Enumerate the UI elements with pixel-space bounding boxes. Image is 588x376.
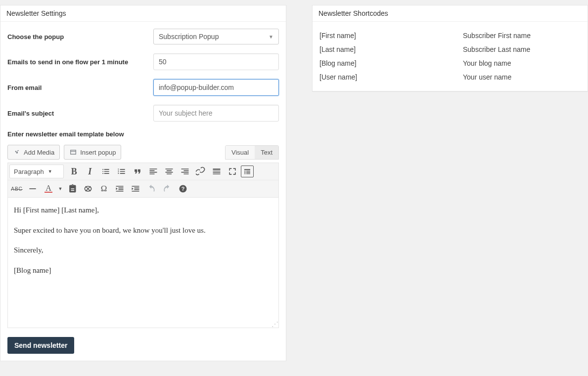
text-color-button[interactable]: A: [41, 182, 56, 196]
newsletter-settings-panel: Newsletter Settings Choose the popup Sub…: [0, 5, 286, 361]
choose-popup-value: Subscription Popup: [159, 33, 219, 41]
insert-popup-button[interactable]: Insert popup: [64, 145, 121, 160]
chevron-down-icon: ▼: [269, 34, 273, 40]
shortcode-code: [Blog name]: [319, 59, 463, 67]
bold-button[interactable]: B: [67, 165, 82, 178]
svg-point-0: [15, 151, 17, 152]
italic-button[interactable]: I: [83, 165, 97, 178]
camera-music-icon: [13, 148, 21, 156]
insert-more-button[interactable]: [209, 165, 224, 178]
editor-line: Super excited to have you on board, we k…: [14, 225, 272, 236]
align-right-button[interactable]: [178, 165, 192, 178]
indent-button[interactable]: [128, 182, 143, 196]
shortcode-code: [User name]: [319, 73, 463, 81]
editor-line: Hi [First name] [Last name],: [14, 205, 272, 216]
add-media-label: Add Media: [24, 149, 54, 156]
subject-input[interactable]: [153, 105, 279, 122]
toolbar-toggle-button[interactable]: [241, 166, 254, 177]
blockquote-button[interactable]: [130, 165, 145, 178]
emails-flow-input[interactable]: [153, 53, 279, 70]
special-char-button[interactable]: Ω: [96, 182, 111, 196]
paragraph-select[interactable]: Paragraph ▼: [9, 165, 64, 178]
paste-text-button[interactable]: [65, 182, 80, 196]
align-left-button[interactable]: [146, 165, 161, 178]
numbered-list-button[interactable]: [114, 165, 129, 178]
from-email-label: From email: [7, 84, 153, 91]
choose-popup-label: Choose the popup: [7, 33, 153, 41]
subject-label: Email's subject: [7, 110, 153, 117]
strikethrough-button[interactable]: ABC: [9, 182, 24, 196]
choose-popup-select[interactable]: Subscription Popup ▼: [153, 29, 279, 44]
clear-formatting-button[interactable]: [81, 182, 95, 196]
editor-line: [Blog name]: [14, 265, 272, 276]
caret-down-icon: ▼: [48, 169, 52, 174]
shortcode-desc: Subscriber Last name: [463, 45, 530, 53]
help-button[interactable]: ?: [176, 182, 190, 196]
shortcode-code: [Last name]: [319, 45, 463, 53]
shortcode-desc: Subscriber First name: [463, 32, 531, 40]
outdent-button[interactable]: [112, 182, 127, 196]
text-color-dropdown[interactable]: ▼: [57, 182, 64, 196]
link-button[interactable]: [193, 165, 208, 178]
resize-grip-icon[interactable]: ⋰: [271, 323, 277, 327]
panel-title: Newsletter Shortcodes: [313, 5, 588, 22]
editor-line: Sincerely,: [14, 245, 272, 256]
undo-button[interactable]: [144, 182, 159, 196]
panel-title: Newsletter Settings: [0, 5, 286, 22]
layout-icon: [69, 148, 77, 156]
horizontal-rule-button[interactable]: [25, 182, 40, 196]
align-center-button[interactable]: [162, 165, 177, 178]
shortcode-row: [First name] Subscriber First name: [319, 29, 581, 42]
shortcode-desc: Your blog name: [463, 59, 511, 67]
editor-tabs: Visual Text: [225, 145, 279, 160]
tab-text[interactable]: Text: [255, 146, 278, 159]
emails-flow-label: Emails to send in one flow per 1 minute: [7, 58, 153, 66]
shortcode-desc: Your user name: [463, 73, 511, 81]
svg-text:?: ?: [181, 186, 185, 192]
editor-toolbar: Paragraph ▼ B I ABC: [7, 163, 279, 198]
add-media-button[interactable]: Add Media: [7, 145, 60, 160]
bullet-list-button[interactable]: [98, 165, 113, 178]
redo-button[interactable]: [160, 182, 175, 196]
shortcode-row: [User name] Your user name: [319, 70, 581, 84]
insert-popup-label: Insert popup: [80, 149, 116, 156]
template-label: Enter newsletter email template below: [7, 130, 279, 138]
tab-visual[interactable]: Visual: [226, 146, 255, 159]
shortcode-code: [First name]: [319, 32, 463, 40]
editor-textarea[interactable]: Hi [First name] [Last name], Super excit…: [7, 198, 279, 328]
from-email-input[interactable]: [153, 79, 279, 96]
shortcode-row: [Last name] Subscriber Last name: [319, 42, 581, 56]
fullscreen-button[interactable]: [225, 165, 240, 178]
newsletter-shortcodes-panel: Newsletter Shortcodes [First name] Subsc…: [312, 5, 588, 91]
svg-rect-1: [29, 188, 36, 189]
shortcode-row: [Blog name] Your blog name: [319, 56, 581, 70]
send-newsletter-button[interactable]: Send newsletter: [7, 337, 74, 354]
